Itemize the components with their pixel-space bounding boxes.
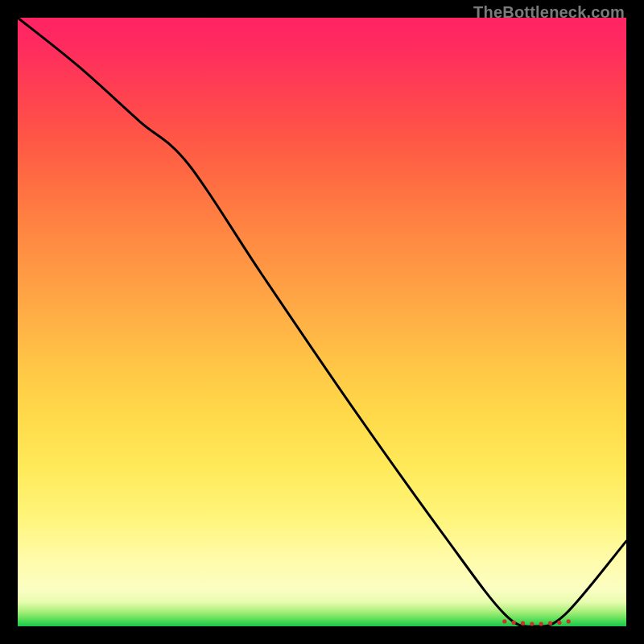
chart-marker-dot	[530, 621, 534, 625]
chart-marker-dot	[567, 619, 571, 623]
chart-overlay-svg	[18, 18, 626, 626]
chart-marker-dot	[548, 621, 552, 625]
chart-marker-dot	[557, 621, 561, 625]
watermark-text: TheBottleneck.com	[473, 3, 625, 22]
chart-marker-dot	[539, 621, 543, 625]
chart-curve	[18, 18, 626, 626]
chart-marker-dot	[521, 621, 525, 625]
chart-marker-dot	[502, 619, 506, 623]
chart-frame	[18, 18, 626, 626]
chart-marker-dot	[512, 621, 516, 625]
